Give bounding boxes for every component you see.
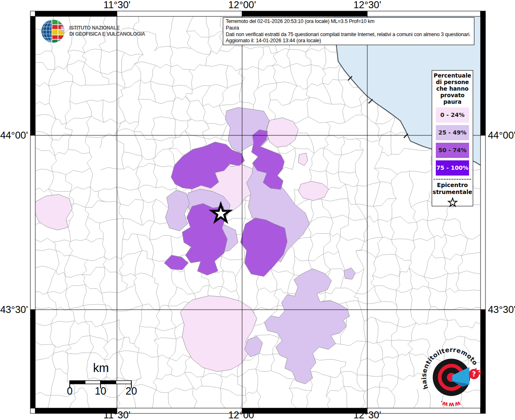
legend-class-0-24: 0 - 24% (436, 107, 469, 123)
axis-label-left-4330: 43°30' (0, 305, 28, 315)
felt-region-p25 (225, 107, 269, 152)
legend-divider (434, 179, 471, 180)
legend-class-25-49: 25 - 49% (436, 125, 469, 140)
legend-title-line: di persone (432, 79, 473, 85)
ingv-felt-report-map-page: 11°30' 12°00' 12°30' 11°30' 12°00' 12°30… (0, 0, 515, 420)
axis-label-right-44: 44°00' (488, 130, 515, 140)
event-data-note: Dati non verificati estratti da 75 quest… (226, 32, 472, 38)
scalebar-tick-20: 20 (126, 386, 137, 396)
ingv-name: ISTITUTO NAZIONALE DI GEOFISICA E VULCAN… (69, 25, 145, 37)
legend-title-line: provato (432, 92, 473, 98)
scalebar-tick-0: 0 (67, 386, 73, 396)
legend-class-75-100: 75 - 100% (436, 160, 469, 176)
legend-epicenter-label: Epicentro strumentale (432, 182, 473, 195)
ingv-name-line2: DI GEOFISICA E VULCANOLOGIA (69, 31, 145, 37)
event-effect-line: Paura (226, 25, 472, 32)
axis-label-left-44: 44°00' (0, 130, 28, 140)
legend-title: Percentuale di persone che hanno provato… (432, 72, 473, 105)
watermark-www: www. (439, 399, 461, 409)
legend-title-line: Percentuale (432, 72, 473, 79)
axis-label-bottom-2: 12°00' (228, 410, 256, 420)
legend-class-label: 75 - 100% (436, 164, 468, 171)
legend-class-label: 0 - 24% (440, 112, 465, 118)
legend-class-label: 25 - 49% (438, 129, 467, 136)
axis-label-bottom-3: 12°30' (353, 410, 381, 420)
legend-class-50-74: 50 - 74% (436, 143, 469, 158)
felt-region-p25 (165, 190, 190, 231)
axis-label-bottom-1: 11°30' (103, 410, 130, 420)
legend: Percentuale di persone che hanno provato… (432, 70, 473, 206)
legend-class-label: 50 - 74% (438, 147, 467, 153)
event-updated-line: Aggiornato il: 14-01-2026 13:44 (ora loc… (226, 38, 472, 44)
event-summary-line: Terremoto del 02-01-2026 20:53:10 (ora l… (226, 18, 472, 25)
legend-epicenter-line: Epicentro (432, 182, 473, 189)
ingv-name-line1: ISTITUTO NAZIONALE (69, 25, 145, 31)
legend-epicenter-line: strumentale (432, 189, 473, 196)
ingv-logo: ISTITUTO NAZIONALE DI GEOFISICA E VULCAN… (40, 18, 147, 44)
ingv-globe-icon (40, 18, 66, 44)
event-info-box: Terremoto del 02-01-2026 20:53:10 (ora l… (223, 17, 474, 45)
scalebar-unit-label: km (93, 362, 109, 374)
watermark-www-text: www. (439, 399, 461, 409)
epicenter-star-icon (446, 196, 459, 208)
legend-title-line: paura (432, 98, 473, 105)
legend-title-line: che hanno (432, 85, 473, 92)
axis-label-right-4330: 43°30' (488, 305, 515, 315)
axis-label-top-2: 12°00' (228, 0, 256, 10)
scalebar-tick-10: 10 (95, 386, 106, 396)
haisentitoilterremoto-logo: ? haisentitoilterremoto .it www. (417, 342, 486, 412)
axis-label-top-1: 11°30' (103, 0, 130, 10)
axis-label-top-3: 12°30' (353, 0, 381, 10)
